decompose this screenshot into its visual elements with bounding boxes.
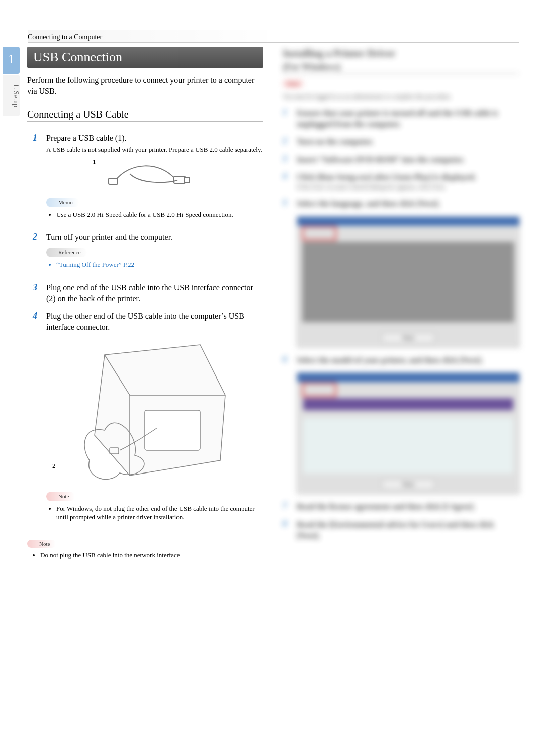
- right-step-text: Ensure that your printer is turned off a…: [297, 108, 519, 129]
- step-number: 4: [27, 311, 37, 321]
- printer-back-icon: [74, 335, 235, 486]
- svg-rect-2: [184, 177, 189, 182]
- right-step-num: 3: [283, 154, 290, 165]
- step-number: 2: [27, 232, 37, 242]
- right-step-text: Select the model of your printer, and th…: [297, 355, 519, 366]
- right-step: 2 Turn on the computer.: [283, 136, 519, 147]
- right-step-num: 5: [283, 198, 290, 209]
- reference-list: “Turning Off the Power” P.22: [46, 260, 263, 269]
- right-step-text: Insert “Software DVD-ROM” into the compu…: [297, 154, 519, 165]
- step-body: Plug the other end of the USB cable into…: [46, 311, 263, 527]
- step-number: 1: [27, 133, 37, 143]
- chapter-tab-label: 1. Setup: [3, 75, 20, 116]
- memo-tag: Memo: [46, 198, 79, 207]
- right-step-num: 6: [283, 355, 290, 366]
- right-step: 7 Read the license agreement and then cl…: [283, 501, 519, 512]
- content-columns: USB Connection Perform the following pro…: [22, 47, 519, 571]
- right-step-text: Select the language, and then click [Nex…: [297, 198, 519, 209]
- right-step: 6 Select the model of your printer, and …: [283, 355, 519, 366]
- step-number: 3: [27, 282, 37, 293]
- right-step-num: 1: [283, 108, 290, 129]
- right-step-num: 8: [283, 519, 290, 541]
- figure-usb-cable: 1: [46, 156, 263, 192]
- step: 2 Turn off your printer and the computer…: [27, 232, 263, 275]
- left-column: USB Connection Perform the following pro…: [27, 47, 263, 571]
- section-subhead: Connecting a USB Cable: [27, 109, 263, 122]
- right-step: 5 Select the language, and then click [N…: [283, 198, 519, 209]
- memo-item: Use a USB 2.0 Hi-Speed cable for a USB 2…: [56, 210, 263, 219]
- next-button: Next: [382, 333, 434, 343]
- right-step-text: Turn on the computer.: [297, 136, 519, 147]
- right-screenshot-2: Next: [283, 372, 519, 494]
- page-cutoff-fade: [27, 555, 263, 571]
- right-screenshot-1: Next: [283, 216, 519, 348]
- step-text: Plug the other end of the USB cable into…: [46, 311, 263, 332]
- section-intro: Perform the following procedure to conne…: [27, 75, 263, 98]
- reference-tag: Reference: [46, 248, 87, 257]
- note-item: For Windows, do not plug the other end o…: [56, 504, 263, 522]
- right-step: 1 Ensure that your printer is turned off…: [283, 108, 519, 129]
- memo-list: Use a USB 2.0 Hi-Speed cable for a USB 2…: [46, 210, 263, 219]
- right-step-small: If the [User Account Control] dialog box…: [297, 183, 519, 191]
- step-body: Plug one end of the USB cable into the U…: [46, 282, 263, 304]
- step: 3 Plug one end of the USB cable into the…: [27, 282, 263, 304]
- right-note-tag: Note: [283, 80, 303, 88]
- step-subnote: A USB cable is not supplied with your pr…: [46, 145, 263, 154]
- figure-label: 2: [52, 461, 56, 470]
- step: 4 Plug the other end of the USB cable in…: [27, 311, 263, 527]
- svg-rect-1: [174, 176, 185, 183]
- figure-label: 1: [93, 157, 96, 166]
- note-tag: Note: [27, 540, 56, 548]
- step-text: Turn off your printer and the computer.: [46, 232, 263, 243]
- section-title: USB Connection: [27, 47, 263, 68]
- step: 1 Prepare a USB cable (1). A USB cable i…: [27, 133, 263, 225]
- right-note-text: You must be logged in as an administrato…: [283, 93, 519, 101]
- page-body: 1 1. Setup USB Connection Perform the fo…: [0, 47, 519, 571]
- step-body: Turn off your printer and the computer. …: [46, 232, 263, 275]
- right-step-num: 2: [283, 136, 290, 147]
- note-tag: Note: [46, 492, 75, 501]
- right-step: 3 Insert “Software DVD-ROM” into the com…: [283, 154, 519, 165]
- right-step: 4 Click [Run Setup.exe] after [Auto Play…: [283, 172, 519, 191]
- right-column-preview: Installing a Printer Driver (For Windows…: [283, 47, 519, 571]
- note-list: For Windows, do not plug the other end o…: [46, 504, 263, 522]
- usb-cable-icon: [105, 156, 205, 192]
- right-subtitle: (For Windows): [283, 62, 519, 74]
- right-title: Installing a Printer Driver: [283, 47, 519, 60]
- page-header: Connecting to a Computer: [28, 30, 519, 43]
- step-text: Plug one end of the USB cable into the U…: [46, 282, 263, 304]
- step-text: Prepare a USB cable (1).: [46, 133, 263, 144]
- right-step-text: Read the [Environmental advice for Users…: [297, 519, 519, 541]
- right-step: 8 Read the [Environmental advice for Use…: [283, 519, 519, 541]
- figure-printer-back: 2: [46, 335, 263, 486]
- side-tabs: 1 1. Setup: [0, 47, 22, 117]
- svg-rect-0: [109, 178, 118, 184]
- next-button: Next: [382, 479, 434, 490]
- step-body: Prepare a USB cable (1). A USB cable is …: [46, 133, 263, 225]
- right-step-text: Click [Run Setup.exe] after [Auto Play] …: [297, 172, 519, 191]
- chapter-tab-active: 1: [3, 47, 20, 74]
- right-step-num: 4: [283, 172, 290, 191]
- reference-link[interactable]: “Turning Off the Power” P.22: [56, 260, 263, 269]
- right-step-num: 7: [283, 501, 290, 512]
- right-step-text: Read the license agreement and then clic…: [297, 501, 519, 512]
